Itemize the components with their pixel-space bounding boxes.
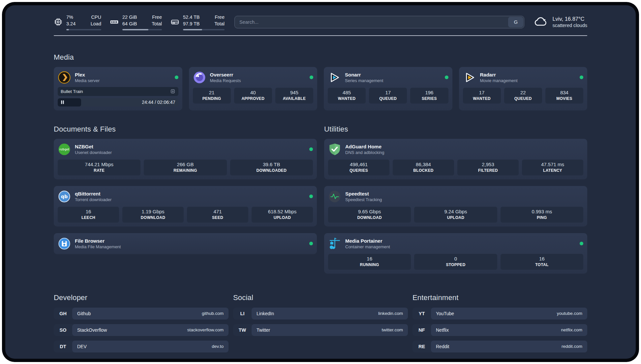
link-domain: dev.to [212, 344, 224, 349]
link-domain: twitter.com [382, 327, 403, 332]
radarr-icon [463, 71, 476, 84]
disk-total-value: 97.9 TB [183, 20, 200, 27]
cloud-icon [534, 15, 548, 30]
pause-icon[interactable] [61, 100, 64, 104]
link-name: LinkedIn [257, 311, 274, 316]
speedtest-card[interactable]: Speedtest Speedtest Tracking 9.65 GbpsDO… [324, 186, 587, 227]
disk-free-value: 52.4 TB [183, 14, 200, 20]
nzbget-card[interactable]: nzbget NZBGet Usenet downloader 744.21 M… [54, 139, 317, 179]
app-name: Media Portainer [345, 238, 390, 244]
section-title-entertainment: Entertainment [412, 293, 587, 302]
stat-pill: 9.24 GbpsUPLOAD [414, 207, 497, 223]
section-media: Media Plex Media server [54, 53, 587, 110]
section-social: Social LI LinkedInlinkedin.com TW Twitte… [233, 293, 408, 336]
app-name: Overseerr [210, 72, 241, 77]
app-name: Plex [75, 72, 100, 77]
playback-elapsed [58, 98, 81, 106]
topbar: 7% 3.24 CPU Load [54, 5, 587, 30]
cpu-usage-fill [66, 29, 69, 30]
link-youtube[interactable]: YT YouTubeyoutube.com [412, 308, 587, 319]
stat-pill: 47.571 msLATENCY [522, 160, 583, 175]
ram-stat: 22 GiB 64 GiB Free Total [110, 14, 162, 30]
playback-progress[interactable]: 24:44 / 02:06:47 [58, 98, 178, 106]
overseerr-card[interactable]: Overseerr Media Requests 21PENDING 40APP… [189, 67, 318, 110]
stat-pill: 16LEECH [58, 207, 119, 223]
section-utilities: Utilities AdGuard Home DNS and adblockin… [324, 125, 587, 274]
topbar-divider [54, 35, 587, 36]
cpu-label: CPU [91, 14, 101, 20]
stat-pill: 86,384BLOCKED [393, 160, 454, 175]
app-subtitle: Movie management [480, 78, 518, 83]
disk-icon [170, 17, 179, 26]
app-name: AdGuard Home [345, 144, 384, 149]
section-title-media: Media [54, 53, 587, 62]
stat-pill: 40APPROVED [234, 88, 272, 104]
link-domain: youtube.com [557, 311, 582, 316]
disk-total-label: Total [214, 20, 225, 27]
cpu-usage-value: 7% [66, 14, 76, 20]
link-name: StackOverflow [77, 327, 107, 333]
stat-pill: 834MOVIES [545, 88, 583, 104]
link-tag: DT [54, 341, 72, 352]
link-name: YouTube [436, 311, 454, 316]
section-title-developer: Developer [54, 293, 229, 302]
qbittorrent-card[interactable]: qb qBittorrent Torrent downloader 16LEEC… [54, 186, 317, 227]
section-title-social: Social [233, 293, 408, 302]
disk-free-label: Free [215, 14, 225, 20]
svg-text:nzbget: nzbget [59, 148, 70, 151]
search-input[interactable] [234, 16, 524, 28]
cpu-icon [54, 17, 63, 26]
status-dot [445, 76, 448, 79]
weather-location: Lviv, 16.87°C [552, 16, 587, 22]
disk-usage-fill [183, 29, 202, 30]
ram-total-value: 64 GiB [122, 20, 137, 27]
search-engine-button[interactable]: G [508, 17, 523, 27]
adguard-card[interactable]: AdGuard Home DNS and adblocking 498,461Q… [324, 139, 587, 179]
ram-usage-bar [122, 29, 162, 30]
stat-pill: 0.993 msPING [501, 207, 583, 223]
filebrowser-card[interactable]: File Browser Media File Management [54, 233, 317, 254]
link-dev[interactable]: DT DEVdev.to [54, 341, 229, 352]
radarr-card[interactable]: Radarr Movie management 17WANTED 22QUEUE… [459, 67, 588, 110]
link-domain: linkedin.com [378, 311, 403, 316]
load-label: Load [91, 20, 101, 27]
link-domain: reddit.com [562, 344, 582, 349]
qbittorrent-icon: qb [58, 190, 71, 203]
cpu-usage-bar [66, 29, 101, 30]
link-tag: GH [54, 308, 72, 319]
filebrowser-icon [58, 237, 71, 250]
app-subtitle: Media Requests [210, 78, 241, 83]
stat-pill: 1.19 GbpsDOWNLOAD [122, 207, 184, 223]
app-subtitle: Series management [345, 78, 383, 83]
link-linkedin[interactable]: LI LinkedInlinkedin.com [233, 308, 408, 319]
weather-condition: scattered clouds [552, 23, 587, 28]
media-info-icon[interactable] [170, 89, 175, 94]
app-name: NZBGet [75, 144, 112, 149]
plex-card[interactable]: Plex Media server Bullet Train [54, 67, 182, 110]
sonarr-card[interactable]: Sonarr Series management 485WANTED 17QUE… [324, 67, 452, 110]
cpu-load-value: 3.24 [66, 20, 76, 27]
link-domain: netflix.com [561, 327, 582, 332]
status-dot [580, 242, 583, 245]
stat-pill: 471SEED [187, 207, 248, 223]
link-domain: stackoverflow.com [187, 327, 224, 332]
ram-icon [110, 17, 119, 26]
link-stackoverflow[interactable]: SO StackOverflowstackoverflow.com [54, 324, 229, 336]
link-netflix[interactable]: NF Netflixnetflix.com [412, 324, 587, 336]
section-documents: Documents & Files nzbget NZBGet Usenet d… [54, 125, 317, 274]
stat-pill: 9.65 GbpsDOWNLOAD [328, 207, 411, 223]
stat-pill: 16RUNNING [328, 254, 411, 270]
link-github[interactable]: GH Githubgithub.com [54, 308, 229, 319]
ram-free-label: Free [152, 14, 162, 20]
disk-usage-bar [183, 29, 225, 30]
adguard-icon [328, 143, 341, 156]
link-name: Netflix [436, 327, 449, 333]
stat-pill: 485WANTED [328, 88, 366, 104]
search-bar: G [234, 16, 524, 28]
portainer-card[interactable]: Media Portainer Container management 16R… [324, 233, 587, 274]
sonarr-icon [328, 71, 341, 84]
link-twitter[interactable]: TW Twittertwitter.com [233, 324, 408, 336]
playback-time: 24:44 / 02:06:47 [142, 100, 178, 105]
link-reddit[interactable]: RE Redditreddit.com [412, 341, 587, 352]
app-subtitle: DNS and adblocking [345, 150, 384, 155]
